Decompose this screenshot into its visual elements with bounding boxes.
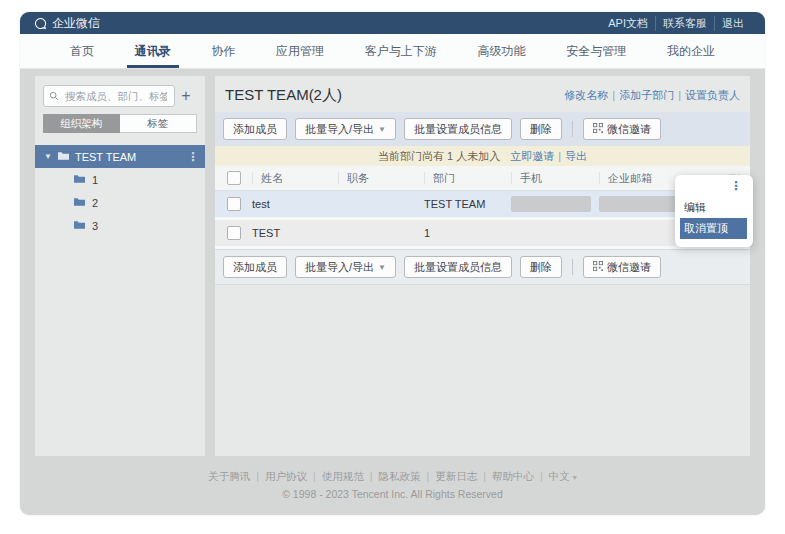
member-toolbar-bottom: 添加成员 批量导入/导出 ▼ 批量设置成员信息 删除 — [215, 249, 750, 285]
logout-link[interactable]: 退出 — [715, 16, 751, 31]
button-label: 删除 — [530, 122, 552, 137]
button-label: 批量设置成员信息 — [414, 260, 502, 275]
menu-item-unpin[interactable]: 取消置顶 — [680, 218, 747, 239]
language-selector[interactable]: 中文 — [549, 470, 577, 484]
tree-node-child[interactable]: 1 — [35, 168, 205, 191]
search-box[interactable] — [43, 85, 175, 107]
tab-customers[interactable]: 客户与上下游 — [357, 34, 445, 68]
button-label: 批量导入/导出 — [305, 122, 374, 137]
delete-button[interactable]: 删除 — [520, 256, 562, 278]
footer-link-privacy[interactable]: 隐私政策 — [378, 470, 435, 484]
department-panel: TEST TEAM(2人) 修改名称 添加子部门 设置负责人 添加成员 批量导入… — [215, 76, 750, 456]
tree-node-root[interactable]: ▼ TEST TEAM ⋮ — [35, 145, 205, 168]
search-icon — [49, 87, 59, 105]
caret-down-icon[interactable]: ▼ — [44, 152, 52, 161]
batch-set-info-button[interactable]: 批量设置成员信息 — [404, 118, 512, 140]
footer-link-about[interactable]: 关于腾讯 — [208, 470, 265, 484]
button-label: 批量设置成员信息 — [414, 122, 502, 137]
qr-code-icon — [593, 261, 603, 273]
import-export-button[interactable]: 批量导入/导出 ▼ — [295, 118, 396, 140]
button-label: 微信邀请 — [607, 122, 651, 137]
qr-code-icon — [593, 123, 603, 135]
tree-node-label: 2 — [92, 197, 98, 209]
folder-icon — [73, 173, 86, 186]
tree-node-label: 1 — [92, 174, 98, 186]
cell-department: 1 — [424, 227, 511, 239]
row-checkbox[interactable] — [227, 226, 241, 240]
row-context-menu: ⋮ 编辑 取消置顶 — [675, 175, 753, 247]
button-label: 批量导入/导出 — [305, 260, 374, 275]
folder-icon — [73, 219, 86, 232]
add-member-button[interactable]: 添加成员 — [223, 256, 287, 278]
tab-org-structure[interactable]: 组织架构 — [43, 114, 120, 133]
add-subdepartment-link[interactable]: 添加子部门 — [619, 88, 685, 103]
tree-node-child[interactable]: 3 — [35, 214, 205, 237]
tab-app-management[interactable]: 应用管理 — [268, 34, 332, 68]
button-label: 微信邀请 — [607, 260, 651, 275]
toolbar-divider — [572, 259, 573, 275]
add-department-button[interactable]: + — [175, 86, 197, 106]
sidebar-view-switch: 组织架构 标签 — [43, 114, 197, 133]
member-table-header: 姓名 职务 部门 手机 企业邮箱 — [215, 166, 750, 191]
import-export-button[interactable]: 批量导入/导出 ▼ — [295, 256, 396, 278]
contact-support-link[interactable]: 联系客服 — [656, 16, 715, 31]
footer-link-changelog[interactable]: 更新日志 — [435, 470, 492, 484]
batch-set-info-button[interactable]: 批量设置成员信息 — [404, 256, 512, 278]
page-title: TEST TEAM(2人) — [225, 86, 342, 105]
folder-icon — [73, 196, 86, 209]
tab-advanced[interactable]: 高级功能 — [470, 34, 534, 68]
export-link[interactable]: 导出 — [565, 149, 587, 164]
org-tree: ▼ TEST TEAM ⋮ 1 — [35, 145, 205, 237]
notice-text: 当前部门尚有 1 人未加入 — [378, 149, 500, 164]
select-all-checkbox[interactable] — [227, 171, 241, 185]
tree-node-menu-icon[interactable]: ⋮ — [187, 150, 199, 164]
delete-button[interactable]: 删除 — [520, 118, 562, 140]
tab-collaboration[interactable]: 协作 — [203, 34, 243, 68]
phone-redacted-block — [511, 196, 591, 212]
cell-name: TEST — [252, 227, 338, 239]
row-checkbox[interactable] — [227, 197, 241, 211]
footer-link-help[interactable]: 帮助中心 — [492, 470, 549, 484]
header-title: 职务 — [338, 172, 424, 184]
tree-node-label: TEST TEAM — [75, 151, 136, 163]
cell-name: test — [252, 198, 338, 210]
row-menu-icon[interactable]: ⋮ — [730, 179, 742, 193]
set-manager-link[interactable]: 设置负责人 — [685, 88, 740, 103]
add-member-button[interactable]: 添加成员 — [223, 118, 287, 140]
tab-labels[interactable]: 标签 — [120, 114, 198, 133]
pending-join-notice: 当前部门尚有 1 人未加入 立即邀请 导出 — [215, 146, 750, 166]
main-nav: 首页 通讯录 协作 应用管理 客户与上下游 高级功能 安全与管理 我的企业 — [20, 34, 765, 69]
app-title: 企业微信 — [52, 15, 100, 32]
footer-link-rules[interactable]: 使用规范 — [322, 470, 379, 484]
api-docs-link[interactable]: API文档 — [601, 16, 656, 31]
copyright-text: © 1998 - 2023 Tencent Inc. All Rights Re… — [20, 488, 765, 500]
tab-home[interactable]: 首页 — [62, 34, 102, 68]
tab-contacts[interactable]: 通讯录 — [127, 34, 179, 68]
search-input[interactable] — [63, 89, 169, 103]
button-label: 添加成员 — [233, 260, 277, 275]
wechat-work-logo-icon — [34, 17, 47, 30]
table-row[interactable]: test TEST TEAM ⋮ — [215, 191, 750, 217]
header-phone: 手机 — [511, 172, 599, 184]
footer-link-agreement[interactable]: 用户协议 — [265, 470, 322, 484]
tree-node-label: 3 — [92, 220, 98, 232]
tab-my-company[interactable]: 我的企业 — [659, 34, 723, 68]
chevron-down-icon: ▼ — [378, 125, 386, 134]
menu-item-edit[interactable]: 编辑 — [680, 197, 747, 218]
tab-security[interactable]: 安全与管理 — [558, 34, 634, 68]
table-row[interactable]: TEST 1 — [215, 220, 750, 246]
wechat-invite-button[interactable]: 微信邀请 — [583, 118, 661, 140]
rename-link[interactable]: 修改名称 — [564, 88, 619, 103]
toolbar-divider — [572, 121, 573, 137]
header-department: 部门 — [424, 172, 511, 184]
top-bar: 企业微信 API文档 联系客服 退出 — [20, 12, 765, 34]
app-logo: 企业微信 — [34, 15, 100, 32]
cell-department: TEST TEAM — [424, 198, 511, 210]
top-bar-links: API文档 联系客服 退出 — [601, 16, 751, 31]
wechat-invite-button[interactable]: 微信邀请 — [583, 256, 661, 278]
member-toolbar-top: 添加成员 批量导入/导出 ▼ 批量设置成员信息 删除 — [215, 112, 750, 146]
folder-icon — [57, 150, 70, 163]
contacts-sidebar: + 组织架构 标签 ▼ TEST TEAM ⋮ — [35, 76, 205, 456]
invite-now-link[interactable]: 立即邀请 — [510, 149, 565, 164]
tree-node-child[interactable]: 2 — [35, 191, 205, 214]
